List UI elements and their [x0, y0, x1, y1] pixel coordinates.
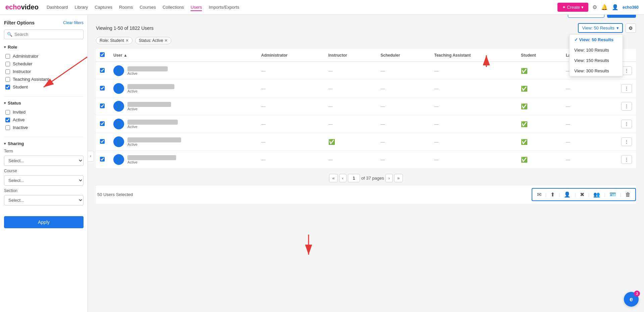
student-label[interactable]: Student: [13, 84, 28, 89]
th-student[interactable]: Student: [517, 49, 562, 62]
row-checkbox[interactable]: [100, 68, 105, 73]
last-page-button[interactable]: »: [394, 174, 402, 182]
invited-checkbox[interactable]: [5, 110, 10, 115]
instructor-checkbox[interactable]: [5, 69, 10, 74]
bulk-export-button[interactable]: ⬆: [548, 190, 557, 199]
active-label[interactable]: Active: [13, 117, 24, 122]
sharing-chevron-icon: ▾: [4, 142, 6, 145]
filter-scheduler: Scheduler: [5, 60, 84, 68]
sidebar-collapse-handle[interactable]: ‹: [88, 151, 94, 162]
search-box[interactable]: 🔍: [4, 29, 84, 39]
search-input[interactable]: [14, 32, 80, 37]
inactive-checkbox[interactable]: [5, 125, 10, 130]
row-action-button[interactable]: ⋮: [621, 137, 632, 146]
page-number-input[interactable]: [348, 174, 360, 182]
scheduler-checkbox[interactable]: [5, 62, 10, 66]
prev-page-button[interactable]: ‹: [339, 174, 346, 182]
role-student-tag-remove[interactable]: ✕: [125, 38, 129, 43]
nav-rooms[interactable]: Rooms: [119, 3, 133, 11]
select-all-checkbox[interactable]: [100, 52, 105, 57]
view-option-300[interactable]: View: 300 Results: [570, 66, 623, 76]
nav-courses[interactable]: Courses: [140, 3, 156, 11]
role-student-tag-label: Role: Student: [100, 38, 124, 43]
user-cell: 👤 Active: [109, 80, 257, 98]
row-action-button[interactable]: ⋮: [621, 155, 632, 164]
role-section-header[interactable]: ▾ Role: [4, 45, 84, 50]
nav-users[interactable]: Users: [191, 3, 202, 11]
row-checkbox[interactable]: [100, 104, 105, 108]
status-section-header[interactable]: ▾ Status: [4, 101, 84, 106]
create-button[interactable]: ✦ Create ▾: [557, 3, 588, 12]
row-checkbox-cell: [96, 80, 109, 98]
row-action-button[interactable]: ⋮: [621, 84, 632, 93]
bulk-email-button[interactable]: ✉: [535, 190, 543, 199]
instructor-label[interactable]: Instructor: [13, 69, 31, 74]
row-checkbox[interactable]: [100, 86, 105, 90]
invited-label[interactable]: Invited: [13, 110, 25, 115]
row-action-cell: ⋮: [617, 151, 636, 169]
user-status: Active: [127, 107, 171, 111]
row-action-button[interactable]: ⋮: [621, 102, 632, 111]
th-user[interactable]: User ▲: [109, 49, 257, 62]
row-checkbox[interactable]: [100, 157, 105, 162]
nav-links: Dashboard Library Captures Rooms Courses…: [47, 3, 239, 11]
nav-collections[interactable]: Collections: [163, 3, 184, 11]
pagination: « ‹ of 37 pages › »: [329, 174, 402, 182]
nav-dashboard[interactable]: Dashboard: [47, 3, 68, 11]
th-teaching-assistant[interactable]: Teaching Assistant: [430, 49, 517, 62]
bulk-id-card-button[interactable]: 🪪: [607, 190, 618, 199]
settings-icon[interactable]: ⚙: [592, 4, 597, 10]
inactive-label[interactable]: Inactive: [13, 125, 28, 130]
nav-captures[interactable]: Captures: [95, 3, 112, 11]
view-option-100[interactable]: View: 100 Results: [570, 45, 623, 55]
sharing-section-header[interactable]: ▾ Sharing: [4, 141, 84, 146]
view-select-button[interactable]: View: 50 Results ▾: [578, 23, 623, 33]
th-scheduler[interactable]: Scheduler: [377, 49, 430, 62]
administrator-label[interactable]: Administrator: [13, 54, 39, 59]
row-checkbox[interactable]: [100, 121, 105, 126]
user-profile-icon[interactable]: 👤: [612, 4, 619, 10]
row-action-button[interactable]: ⋮: [621, 120, 632, 128]
view-option-150[interactable]: View: 150 Results: [570, 55, 623, 66]
user-status: Active: [127, 160, 176, 164]
section-select[interactable]: Select...: [4, 195, 84, 205]
bulk-delete-button[interactable]: 🗑: [623, 190, 633, 199]
term-select[interactable]: Select...: [4, 155, 84, 166]
filter-active: Active: [5, 116, 84, 124]
first-page-button[interactable]: «: [329, 174, 337, 182]
next-page-button[interactable]: ›: [385, 174, 393, 182]
role-section: ▾ Role Administrator Scheduler Instructo…: [4, 45, 84, 91]
teaching-assistant-checkbox[interactable]: [5, 77, 10, 82]
view-option-50[interactable]: ✓ View: 50 Results: [570, 35, 623, 45]
term-label: Term: [4, 149, 84, 153]
course-select[interactable]: Select...: [4, 175, 84, 186]
users-table: User ▲ Administrator Instructor Schedule…: [96, 49, 636, 169]
th-instructor[interactable]: Instructor: [324, 49, 377, 62]
nav-imports[interactable]: Imports/Exports: [209, 3, 239, 11]
avatar: 👤: [113, 83, 124, 94]
th-administrator[interactable]: Administrator: [257, 49, 324, 62]
filter-settings-button[interactable]: ⚙: [626, 23, 636, 33]
teaching-assistant-label[interactable]: Teaching Assistant: [13, 77, 49, 82]
active-checkbox[interactable]: [5, 118, 10, 122]
status-active-tag-remove[interactable]: ✕: [164, 38, 168, 43]
scheduler-label[interactable]: Scheduler: [13, 61, 33, 66]
notification-icon[interactable]: 🔔: [601, 4, 608, 10]
main-content: Users Import Users Add User Viewing 1-50…: [88, 0, 644, 210]
avatar: 👤: [113, 136, 124, 147]
nav-library[interactable]: Library: [75, 3, 88, 11]
view-dropdown: ✓ View: 50 Results View: 100 Results Vie…: [569, 34, 623, 76]
row-checkbox-cell: [96, 151, 109, 169]
administrator-checkbox[interactable]: [5, 54, 10, 59]
instructor-cell: ✅: [324, 133, 377, 151]
clear-filters-link[interactable]: Clear filters: [63, 20, 84, 25]
role-student-filter-tag: Role: Student ✕: [96, 37, 132, 44]
bulk-add-role-button[interactable]: 👤: [562, 190, 573, 199]
bulk-add-group-button[interactable]: 👥: [591, 190, 602, 199]
bulk-remove-role-button[interactable]: ✖: [578, 190, 586, 199]
avatar: 👤: [113, 119, 124, 129]
student-checkbox[interactable]: [5, 85, 10, 89]
filter-settings-icon: ⚙: [629, 25, 633, 31]
row-checkbox[interactable]: [100, 139, 105, 144]
scheduler-cell: —: [377, 115, 430, 133]
